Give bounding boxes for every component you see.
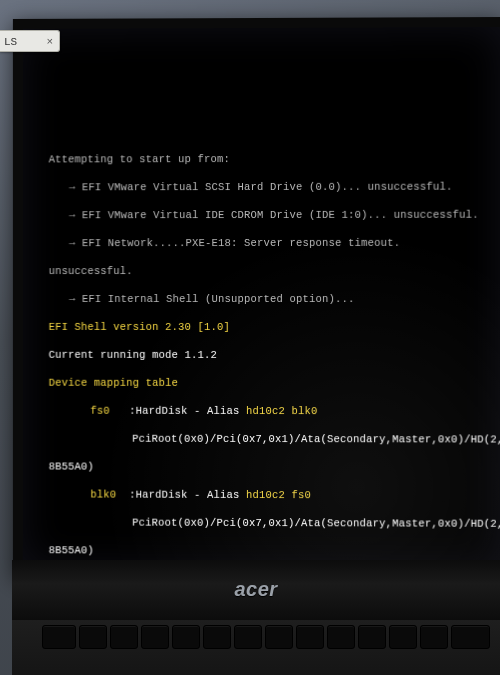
- key: [389, 625, 417, 649]
- monitor-bezel: acer: [12, 560, 500, 622]
- map-fs0-alias: hd10c2 blk0: [246, 405, 318, 417]
- boot-line-ide: → EFI VMware Virtual IDE CDROM Drive (ID…: [49, 208, 491, 223]
- close-icon[interactable]: ×: [46, 31, 53, 53]
- key: [420, 625, 448, 649]
- map-blk0-path: PciRoot(0x0)/Pci(0x7,0x1)/Ata(Secondary,…: [49, 515, 491, 530]
- boot-attempting: Attempting to start up from:: [49, 152, 491, 167]
- brand-logo: acer: [234, 578, 277, 601]
- key: [141, 625, 169, 649]
- key: [234, 625, 262, 649]
- map-blk0-tail: 8B55A0): [49, 543, 491, 559]
- monitor-screen: Attempting to start up from: → EFI VMwar…: [13, 17, 500, 579]
- map-fs0-tail: 8B55A0): [49, 460, 491, 475]
- map-blk0-alias: hd10c2 fs0: [246, 489, 311, 501]
- boot-line-internal-shell: → EFI Internal Shell (Unsupported option…: [49, 292, 491, 306]
- key: [327, 625, 355, 649]
- key: [265, 625, 293, 649]
- key: [42, 625, 76, 649]
- boot-line-scsi: → EFI VMware Virtual SCSI Hard Drive (0.…: [49, 180, 491, 195]
- window-tab[interactable]: LS ×: [0, 30, 60, 52]
- key: [358, 625, 386, 649]
- map-fs0-path: PciRoot(0x0)/Pci(0x7,0x1)/Ata(Secondary,…: [49, 432, 491, 447]
- map-blk0-name: blk0: [49, 488, 117, 500]
- efi-shell-version: EFI Shell version 2.30 [1.0]: [49, 320, 491, 334]
- key: [451, 625, 490, 649]
- key: [172, 625, 200, 649]
- efi-shell-terminal: Attempting to start up from: → EFI VMwar…: [23, 27, 500, 579]
- key: [110, 625, 138, 649]
- map-fs0-name: fs0: [49, 405, 110, 417]
- key: [79, 625, 107, 649]
- boot-line-network: → EFI Network.....PXE-E18: Server respon…: [49, 236, 491, 250]
- device-mapping-header: Device mapping table: [49, 376, 491, 391]
- map-blk0: blk0 :HardDisk - Alias hd10c2 fs0: [49, 487, 491, 502]
- running-mode: Current running mode 1.1.2: [49, 348, 491, 362]
- photo-background: Attempting to start up from: → EFI VMwar…: [0, 0, 500, 675]
- map-fs0: fs0 :HardDisk - Alias hd10c2 blk0: [49, 404, 491, 419]
- tab-label: LS: [4, 36, 17, 48]
- key: [203, 625, 231, 649]
- laptop-keyboard: [12, 620, 500, 675]
- boot-network-result: unsuccessful.: [49, 264, 491, 278]
- key: [296, 625, 324, 649]
